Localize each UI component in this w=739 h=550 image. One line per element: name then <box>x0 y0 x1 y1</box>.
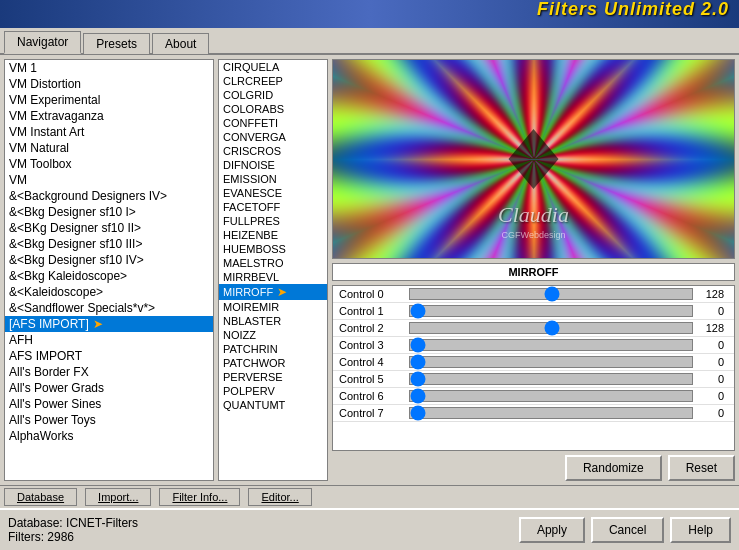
filters-value: 2986 <box>47 530 74 544</box>
filter-item[interactable]: MIRRBEVL <box>219 270 327 284</box>
help-button[interactable]: Help <box>670 517 731 543</box>
filter-item[interactable]: CRISCROS <box>219 144 327 158</box>
control-slider[interactable] <box>409 305 693 317</box>
right-action-buttons: Randomize Reset <box>332 455 735 481</box>
main-content: VM 1VM DistortionVM ExperimentalVM Extra… <box>0 55 739 485</box>
category-item[interactable]: VM Experimental <box>5 92 213 108</box>
filter-panel: CIRQUELACLRCREEPCOLGRIDCOLORABSCONFFETIC… <box>218 59 328 481</box>
control-label: Control 4 <box>339 356 409 368</box>
category-item[interactable]: All's Border FX <box>5 364 213 380</box>
category-list[interactable]: VM 1VM DistortionVM ExperimentalVM Extra… <box>5 60 213 480</box>
tab-presets[interactable]: Presets <box>83 33 150 54</box>
control-row: Control 2128 <box>333 320 734 337</box>
database-button[interactable]: Database <box>4 488 77 506</box>
controls-area: Control 0128Control 10Control 2128Contro… <box>332 285 735 451</box>
control-label: Control 2 <box>339 322 409 334</box>
control-slider[interactable] <box>409 407 693 419</box>
control-row: Control 40 <box>333 354 734 371</box>
category-item[interactable]: All's Power Grads <box>5 380 213 396</box>
filter-item[interactable]: MIRROFF➤ <box>219 284 327 300</box>
filter-info-button[interactable]: Filter Info... <box>159 488 240 506</box>
filter-item[interactable]: FACETOFF <box>219 200 327 214</box>
category-item[interactable]: VM 1 <box>5 60 213 76</box>
status-bar: Database: ICNET-Filters Filters: 2986 Ap… <box>0 508 739 550</box>
category-panel: VM 1VM DistortionVM ExperimentalVM Extra… <box>4 59 214 481</box>
filter-item[interactable]: HEIZENBE <box>219 228 327 242</box>
category-item[interactable]: AFS IMPORT <box>5 348 213 364</box>
control-value: 0 <box>693 339 728 351</box>
tab-about[interactable]: About <box>152 33 209 54</box>
cancel-button[interactable]: Cancel <box>591 517 664 543</box>
filter-item[interactable]: NBLASTER <box>219 314 327 328</box>
control-label: Control 6 <box>339 390 409 402</box>
category-item[interactable]: &<Kaleidoscope> <box>5 284 213 300</box>
category-item[interactable]: AFH <box>5 332 213 348</box>
control-value: 0 <box>693 390 728 402</box>
category-item[interactable]: &<Sandflower Specials*v*> <box>5 300 213 316</box>
filter-item[interactable]: PERVERSE <box>219 370 327 384</box>
category-item[interactable]: VM Extravaganza <box>5 108 213 124</box>
filter-item[interactable]: CONFFETI <box>219 116 327 130</box>
control-slider[interactable] <box>409 288 693 300</box>
filter-item[interactable]: MOIREMIR <box>219 300 327 314</box>
randomize-button[interactable]: Randomize <box>565 455 662 481</box>
filter-item[interactable]: CIRQUELA <box>219 60 327 74</box>
filter-item[interactable]: QUANTUMT <box>219 398 327 412</box>
filter-item[interactable]: NOIZZ <box>219 328 327 342</box>
watermark: Claudia <box>498 202 569 228</box>
filter-item[interactable]: COLORABS <box>219 102 327 116</box>
filter-item[interactable]: COLGRID <box>219 88 327 102</box>
tab-navigator[interactable]: Navigator <box>4 31 81 54</box>
filter-list[interactable]: CIRQUELACLRCREEPCOLGRIDCOLORABSCONFFETIC… <box>219 60 327 480</box>
control-slider[interactable] <box>409 356 693 368</box>
category-item[interactable]: &<Bkg Kaleidoscope> <box>5 268 213 284</box>
control-row: Control 60 <box>333 388 734 405</box>
editor-button[interactable]: Editor... <box>248 488 311 506</box>
category-item[interactable]: &<Bkg Designer sf10 I> <box>5 204 213 220</box>
category-item[interactable]: VM Instant Art <box>5 124 213 140</box>
filter-item[interactable]: CONVERGA <box>219 130 327 144</box>
database-label: Database: <box>8 516 63 530</box>
category-item[interactable]: [AFS IMPORT]➤ <box>5 316 213 332</box>
control-slider[interactable] <box>409 373 693 385</box>
category-item[interactable]: All's Power Toys <box>5 412 213 428</box>
filter-item[interactable]: MAELSTRO <box>219 256 327 270</box>
category-item[interactable]: VM Toolbox <box>5 156 213 172</box>
right-panel: Claudia CGFWebdesign MIRROFF Control 012… <box>332 59 735 481</box>
filter-item[interactable]: FULLPRES <box>219 214 327 228</box>
import-button[interactable]: Import... <box>85 488 151 506</box>
category-item[interactable]: VM Natural <box>5 140 213 156</box>
action-buttons: Apply Cancel Help <box>519 517 731 543</box>
filters-status: Filters: 2986 <box>8 530 138 544</box>
category-item[interactable]: &<Background Designers IV> <box>5 188 213 204</box>
filter-item[interactable]: POLPERV <box>219 384 327 398</box>
control-slider[interactable] <box>409 339 693 351</box>
category-item[interactable]: VM Distortion <box>5 76 213 92</box>
control-value: 0 <box>693 373 728 385</box>
filter-item[interactable]: EMISSION <box>219 172 327 186</box>
control-slider[interactable] <box>409 322 693 334</box>
database-status: Database: ICNET-Filters <box>8 516 138 530</box>
filter-item[interactable]: HUEMBOSS <box>219 242 327 256</box>
tab-bar: Navigator Presets About <box>0 28 739 55</box>
reset-button[interactable]: Reset <box>668 455 735 481</box>
apply-button[interactable]: Apply <box>519 517 585 543</box>
filter-item[interactable]: DIFNOISE <box>219 158 327 172</box>
category-item[interactable]: AlphaWorks <box>5 428 213 444</box>
category-item[interactable]: &<Bkg Designer sf10 IV> <box>5 252 213 268</box>
control-row: Control 0128 <box>333 286 734 303</box>
control-row: Control 50 <box>333 371 734 388</box>
category-item[interactable]: &<BKg Designer sf10 II> <box>5 220 213 236</box>
title-bar: Filters Unlimited 2.0 <box>0 0 739 28</box>
filter-item[interactable]: PATCHWOR <box>219 356 327 370</box>
control-row: Control 10 <box>333 303 734 320</box>
bottom-toolbar: Database Import... Filter Info... Editor… <box>0 485 739 508</box>
category-item[interactable]: VM <box>5 172 213 188</box>
filter-item[interactable]: EVANESCE <box>219 186 327 200</box>
category-item[interactable]: All's Power Sines <box>5 396 213 412</box>
control-slider[interactable] <box>409 390 693 402</box>
control-label: Control 5 <box>339 373 409 385</box>
category-item[interactable]: &<Bkg Designer sf10 III> <box>5 236 213 252</box>
filter-item[interactable]: PATCHRIN <box>219 342 327 356</box>
filter-item[interactable]: CLRCREEP <box>219 74 327 88</box>
